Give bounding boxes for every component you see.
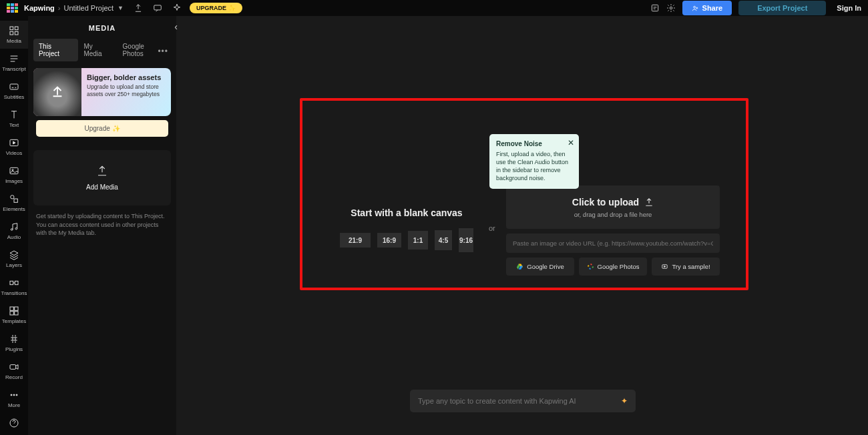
sidebar-item-record[interactable]: Record <box>0 357 28 385</box>
svg-rect-8 <box>15 10 18 13</box>
google-photos-icon <box>587 263 594 270</box>
media-tabs: This Project My Media Google Photos <box>28 39 176 61</box>
svg-rect-10 <box>652 5 658 11</box>
sign-in-link[interactable]: Sign In <box>837 4 861 12</box>
svg-rect-4 <box>11 7 14 9</box>
sidebar-item-elements[interactable]: Elements <box>0 189 28 217</box>
canvas-area: Start with a blank canvas 21:9 16:9 1:1 … <box>176 16 868 435</box>
tooltip-close-icon[interactable]: ✕ <box>568 138 574 147</box>
blank-canvas-section: Start with a blank canvas 21:9 16:9 1:1 … <box>340 207 473 257</box>
sparkle-icon[interactable] <box>172 3 182 13</box>
svg-rect-1 <box>11 3 14 6</box>
left-sidebar: Media Transcript Subtitles Text Videos I… <box>0 16 28 435</box>
promo-title: Bigger, bolder assets <box>87 73 166 81</box>
upload-subtitle: or, drag and drop a file here <box>513 211 713 218</box>
panel-title: MEDIA <box>28 16 176 39</box>
svg-rect-9 <box>154 5 162 10</box>
svg-rect-27 <box>10 307 13 310</box>
ratio-4-5[interactable]: 4:5 <box>435 230 452 250</box>
upgrade-promo-card: Bigger, bolder assets Upgrade to upload … <box>33 68 171 116</box>
try-sample-button[interactable]: Try a sample! <box>652 258 720 276</box>
svg-rect-13 <box>10 27 13 30</box>
svg-rect-26 <box>15 281 18 284</box>
start-title: Start with a blank canvas <box>340 207 473 218</box>
panel-hint-text: Get started by uploading content to This… <box>28 205 176 244</box>
sidebar-item-text[interactable]: Text <box>0 105 28 133</box>
ai-prompt-bar[interactable]: ✦ <box>410 390 636 412</box>
svg-rect-25 <box>10 281 13 284</box>
sample-icon <box>661 263 668 270</box>
svg-rect-22 <box>14 199 17 202</box>
ratio-9-16[interactable]: 9:16 <box>459 228 473 252</box>
tab-my-media[interactable]: My Media <box>78 39 117 61</box>
google-photos-button[interactable]: Google Photos <box>579 258 647 276</box>
ai-prompt-input[interactable] <box>418 397 621 405</box>
ai-sparkle-icon[interactable]: ✦ <box>621 396 628 406</box>
upload-icon <box>644 197 654 207</box>
upgrade-button[interactable]: Upgrade ✨ <box>36 120 168 137</box>
remove-noise-tooltip: ✕ Remove Noise First, upload a video, th… <box>489 134 579 189</box>
breadcrumb-brand[interactable]: Kapwing <box>24 4 55 12</box>
notifications-icon[interactable] <box>650 3 660 13</box>
ratio-16-9[interactable]: 16:9 <box>377 233 401 248</box>
svg-point-34 <box>13 394 15 396</box>
kapwing-logo <box>7 3 19 13</box>
sidebar-item-plugins[interactable]: Plugins <box>0 329 28 357</box>
svg-point-12 <box>693 6 695 8</box>
top-bar: Kapwing › Untitled Project ▼ UPGRADE✨ Sh… <box>0 0 868 16</box>
panel-collapse-icon[interactable]: ‹ <box>174 21 178 32</box>
sidebar-help[interactable] <box>0 413 28 435</box>
svg-point-35 <box>16 394 17 396</box>
svg-rect-14 <box>15 27 18 30</box>
svg-rect-29 <box>10 312 13 315</box>
svg-point-11 <box>670 7 672 9</box>
comment-icon[interactable] <box>153 3 162 13</box>
export-icon[interactable] <box>134 3 143 13</box>
sidebar-item-templates[interactable]: Templates <box>0 301 28 329</box>
tab-this-project[interactable]: This Project <box>33 39 78 61</box>
or-divider: or <box>489 224 495 232</box>
media-panel: ‹ MEDIA ••• This Project My Media Google… <box>28 16 176 435</box>
upload-title: Click to upload <box>572 197 639 207</box>
panel-menu-icon[interactable]: ••• <box>158 47 168 56</box>
sidebar-item-more[interactable]: More <box>0 385 28 413</box>
upload-dropzone[interactable]: Click to upload or, drag and drop a file… <box>506 185 720 229</box>
sidebar-item-audio[interactable]: Audio <box>0 217 28 245</box>
export-project-button[interactable]: Export Project <box>738 1 826 15</box>
svg-rect-31 <box>13 338 15 340</box>
svg-rect-28 <box>15 307 18 310</box>
svg-point-24 <box>15 228 17 230</box>
sidebar-item-layers[interactable]: Layers <box>0 245 28 273</box>
breadcrumb-separator: › <box>58 4 61 12</box>
sidebar-item-transitions[interactable]: Transitions <box>0 273 28 301</box>
svg-rect-19 <box>10 167 18 173</box>
upgrade-pill[interactable]: UPGRADE✨ <box>190 3 242 13</box>
promo-thumbnail <box>33 68 81 116</box>
svg-rect-17 <box>10 84 18 89</box>
svg-point-23 <box>11 229 13 231</box>
svg-point-33 <box>11 394 12 396</box>
svg-rect-15 <box>10 31 13 35</box>
ratio-1-1[interactable]: 1:1 <box>408 231 428 250</box>
sidebar-item-subtitles[interactable]: Subtitles <box>0 77 28 105</box>
svg-rect-5 <box>15 7 18 9</box>
svg-rect-2 <box>15 3 18 6</box>
upload-arrow-icon <box>50 83 65 101</box>
tooltip-title: Remove Noise <box>496 140 572 147</box>
sidebar-item-videos[interactable]: Videos <box>0 133 28 161</box>
add-media-button[interactable]: Add Media <box>33 150 171 205</box>
share-button[interactable]: Share <box>682 1 732 15</box>
sidebar-item-media[interactable]: Media <box>0 21 28 49</box>
google-drive-button[interactable]: Google Drive <box>506 258 574 276</box>
google-drive-icon <box>516 263 523 270</box>
settings-icon[interactable] <box>666 3 676 13</box>
breadcrumb-project[interactable]: Untitled Project <box>64 4 114 12</box>
svg-point-21 <box>11 195 14 199</box>
project-dropdown-chevron[interactable]: ▼ <box>118 5 124 11</box>
svg-rect-30 <box>15 312 18 315</box>
ratio-21-9[interactable]: 21:9 <box>340 233 371 248</box>
svg-rect-7 <box>11 10 14 13</box>
sidebar-item-images[interactable]: Images <box>0 161 28 189</box>
url-input[interactable] <box>506 234 720 253</box>
sidebar-item-transcript[interactable]: Transcript <box>0 49 28 77</box>
